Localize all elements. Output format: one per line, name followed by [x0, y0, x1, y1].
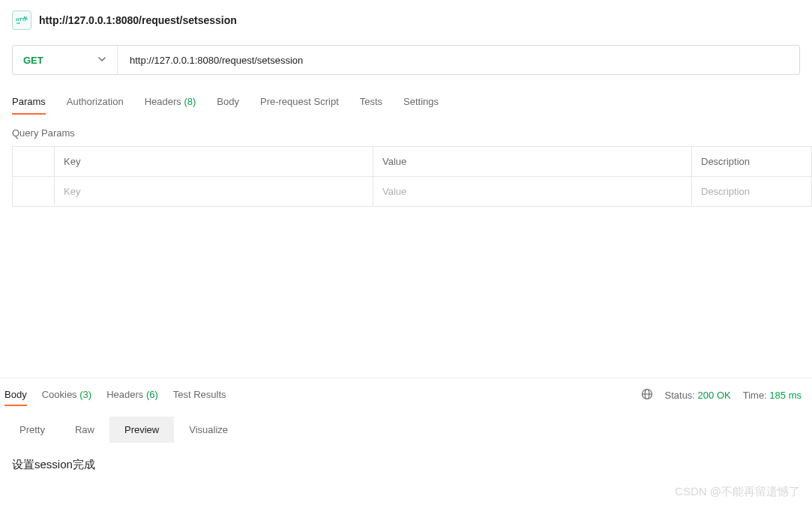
globe-icon[interactable] [641, 388, 653, 402]
cookies-label: Cookies [42, 389, 77, 400]
time-label: Time: [743, 390, 767, 401]
table-header-row: Key Value Description [13, 147, 812, 177]
response-tab-cookies[interactable]: Cookies (3) [42, 384, 91, 406]
request-tabs: Params Authorization Headers (8) Body Pr… [0, 90, 812, 115]
cookies-count: (3) [79, 389, 91, 400]
response-tab-test-results[interactable]: Test Results [173, 384, 226, 406]
param-value-input[interactable] [382, 186, 682, 197]
response-headers-count: (6) [146, 389, 158, 400]
response-tabs-row: Body Cookies (3) Headers (6) Test Result… [0, 384, 812, 406]
view-tab-raw[interactable]: Raw [60, 417, 109, 443]
query-params-label: Query Params [0, 115, 812, 146]
tab-headers-label: Headers [145, 96, 181, 107]
status-group: Status: 200 OK [665, 390, 731, 401]
tab-authorization[interactable]: Authorization [67, 90, 124, 115]
view-tab-pretty[interactable]: Pretty [4, 417, 60, 443]
request-header: HTTP http://127.0.0.1:8080/request/setse… [0, 0, 812, 37]
column-description: Description [692, 147, 812, 177]
param-description-input[interactable] [701, 186, 802, 197]
method-dropdown[interactable]: GET [13, 46, 118, 74]
request-bar: GET [12, 45, 800, 75]
response-section: Body Cookies (3) Headers (6) Test Result… [0, 378, 812, 487]
response-tabs: Body Cookies (3) Headers (6) Test Result… [4, 384, 226, 406]
svg-text:HTTP: HTTP [16, 17, 28, 22]
tab-params[interactable]: Params [12, 90, 46, 115]
tab-headers-count: (8) [184, 96, 196, 107]
response-tab-headers[interactable]: Headers (6) [106, 384, 158, 406]
view-tab-visualize[interactable]: Visualize [174, 417, 243, 443]
time-group: Time: 185 ms [743, 390, 802, 401]
column-key: Key [55, 147, 373, 177]
column-value: Value [373, 147, 692, 177]
chevron-down-icon [97, 55, 106, 66]
tab-tests[interactable]: Tests [360, 90, 382, 115]
preview-content: 设置session完成 [0, 443, 812, 487]
params-table: Key Value Description [12, 146, 812, 207]
tab-settings[interactable]: Settings [403, 90, 439, 115]
view-tab-preview[interactable]: Preview [109, 417, 174, 443]
row-checkbox-cell[interactable] [13, 177, 55, 207]
request-title: http://127.0.0.1:8080/request/setsession [39, 14, 237, 26]
status-label: Status: [665, 390, 695, 401]
view-tabs: Pretty Raw Preview Visualize [4, 417, 808, 443]
tab-prerequest[interactable]: Pre-request Script [260, 90, 339, 115]
tab-body[interactable]: Body [217, 90, 239, 115]
response-headers-label: Headers [106, 389, 143, 400]
status-bar: Status: 200 OK Time: 185 ms [641, 388, 802, 402]
table-row [13, 177, 812, 207]
param-key-input[interactable] [64, 186, 364, 197]
time-value: 185 ms [769, 390, 802, 401]
status-value: 200 OK [698, 390, 731, 401]
url-input[interactable] [118, 46, 799, 74]
http-icon: HTTP [12, 10, 31, 30]
column-checkbox [13, 147, 55, 177]
method-label: GET [23, 55, 43, 66]
tab-headers[interactable]: Headers (8) [145, 90, 196, 115]
response-tab-body[interactable]: Body [4, 384, 27, 406]
